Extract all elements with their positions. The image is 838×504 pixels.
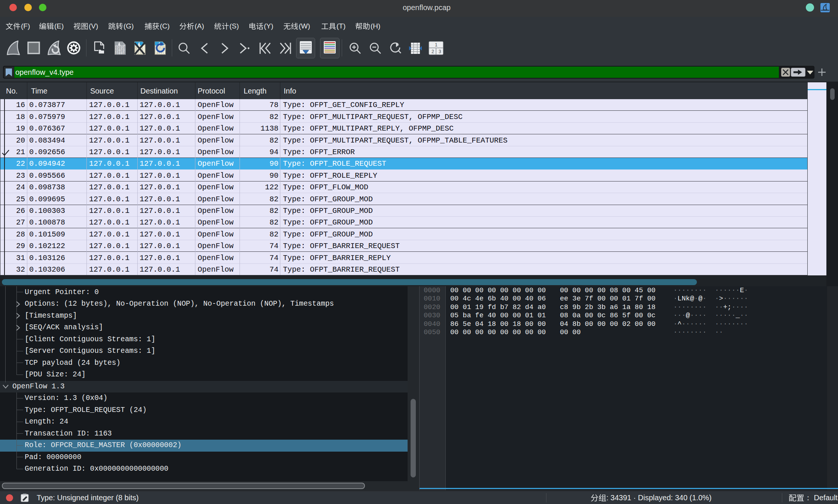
svg-text:3: 3 (439, 49, 441, 54)
svg-text:01110: 01110 (116, 52, 125, 55)
svg-text:1: 1 (435, 42, 438, 48)
svg-text:2: 2 (432, 49, 434, 54)
